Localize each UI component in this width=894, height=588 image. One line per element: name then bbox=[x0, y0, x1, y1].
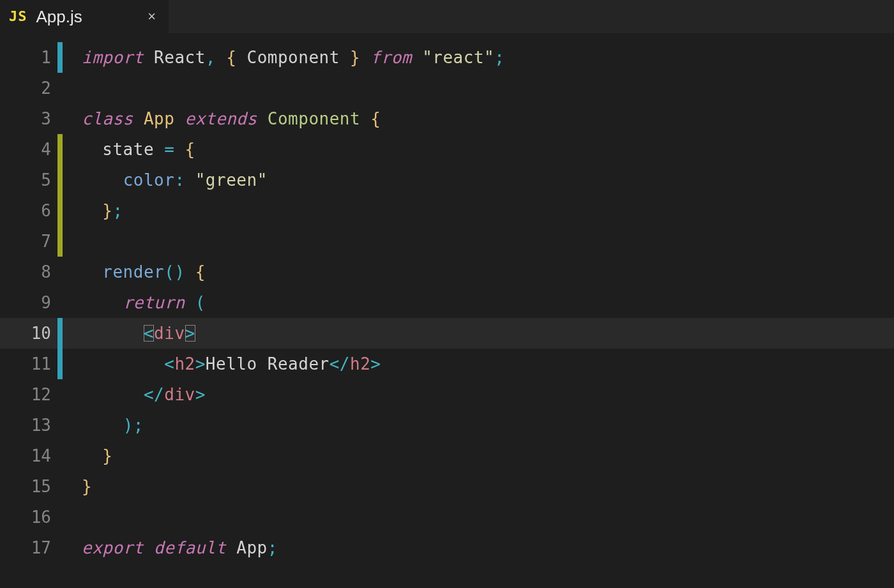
code-token: ; bbox=[268, 539, 278, 556]
line-number: 10 bbox=[0, 325, 57, 342]
code-token: < bbox=[144, 325, 154, 342]
code-content[interactable]: } bbox=[63, 441, 112, 471]
code-token: } bbox=[102, 202, 112, 219]
gutter-change-marker bbox=[57, 226, 63, 257]
code-line[interactable]: 3class App extends Component { bbox=[0, 103, 894, 134]
code-token: "green" bbox=[195, 172, 268, 188]
code-token: { bbox=[370, 110, 381, 127]
code-line[interactable]: 12 </div> bbox=[0, 379, 894, 410]
line-number: 7 bbox=[0, 233, 57, 250]
code-line[interactable]: 16 bbox=[0, 502, 894, 532]
code-line[interactable]: 11 <h2>Hello Reader</h2> bbox=[0, 349, 894, 379]
gutter-change-marker bbox=[57, 73, 63, 103]
code-content[interactable]: <h2>Hello Reader</h2> bbox=[63, 349, 381, 379]
code-editor[interactable]: 1import React, { Component } from "react… bbox=[0, 33, 894, 563]
code-content[interactable]: import React, { Component } from "react"… bbox=[63, 42, 504, 73]
gutter-change-marker bbox=[57, 42, 63, 73]
code-content[interactable]: </div> bbox=[63, 379, 206, 410]
gutter-change-marker bbox=[57, 103, 63, 134]
code-content[interactable]: class App extends Component { bbox=[63, 103, 381, 134]
line-number: 15 bbox=[0, 478, 57, 495]
code-line[interactable]: 10 <div> bbox=[0, 318, 894, 349]
code-line[interactable]: 4 state = { bbox=[0, 134, 894, 165]
code-token: { bbox=[185, 141, 195, 158]
code-token: ; bbox=[133, 417, 144, 433]
code-content[interactable]: color: "green" bbox=[63, 165, 268, 195]
line-number: 5 bbox=[0, 172, 57, 188]
code-line[interactable]: 8 render() { bbox=[0, 257, 894, 287]
code-token: React bbox=[154, 49, 206, 66]
line-number: 1 bbox=[0, 49, 57, 66]
code-line[interactable]: 6 }; bbox=[0, 195, 894, 226]
code-content[interactable]: render() { bbox=[63, 257, 206, 287]
code-token: () bbox=[164, 264, 195, 280]
code-content[interactable] bbox=[63, 226, 82, 257]
gutter-change-marker bbox=[57, 134, 63, 165]
code-token: div bbox=[154, 325, 185, 342]
code-token: export bbox=[82, 539, 154, 556]
line-number: 17 bbox=[0, 539, 57, 556]
line-number: 13 bbox=[0, 417, 57, 433]
gutter-change-marker bbox=[57, 502, 63, 532]
code-token: from bbox=[370, 49, 422, 66]
code-token: color bbox=[123, 172, 175, 188]
code-token: render bbox=[102, 264, 164, 280]
line-number: 14 bbox=[0, 448, 57, 464]
close-icon[interactable]: × bbox=[148, 10, 156, 24]
code-token: ; bbox=[494, 49, 504, 66]
code-content[interactable]: <div> bbox=[63, 318, 195, 349]
line-number: 11 bbox=[0, 356, 57, 372]
code-content[interactable]: export default App; bbox=[63, 532, 278, 563]
gutter-change-marker bbox=[57, 318, 63, 349]
code-line[interactable]: 2 bbox=[0, 73, 894, 103]
code-token: default bbox=[154, 539, 236, 556]
code-content[interactable]: return ( bbox=[63, 287, 206, 318]
gutter-change-marker bbox=[57, 379, 63, 410]
code-token: Component bbox=[268, 110, 371, 127]
gutter-change-marker bbox=[57, 165, 63, 195]
code-token: state bbox=[102, 141, 164, 158]
gutter-change-marker bbox=[57, 532, 63, 563]
code-token: } bbox=[82, 478, 92, 495]
js-file-icon: JS bbox=[9, 10, 27, 24]
line-number: 8 bbox=[0, 264, 57, 280]
code-line[interactable]: 9 return ( bbox=[0, 287, 894, 318]
code-content[interactable]: state = { bbox=[63, 134, 195, 165]
code-token: { bbox=[226, 49, 246, 66]
line-number: 9 bbox=[0, 294, 57, 311]
code-token: ) bbox=[123, 417, 133, 433]
code-line[interactable]: 14 } bbox=[0, 441, 894, 471]
code-token: > bbox=[195, 386, 206, 403]
code-content[interactable]: }; bbox=[63, 195, 123, 226]
code-token: } bbox=[340, 49, 370, 66]
code-token: ; bbox=[112, 202, 123, 219]
line-number: 12 bbox=[0, 386, 57, 403]
code-line[interactable]: 15} bbox=[0, 471, 894, 502]
line-number: 16 bbox=[0, 509, 57, 525]
code-token: </ bbox=[144, 386, 164, 403]
code-line[interactable]: 13 ); bbox=[0, 410, 894, 441]
tab-bar: JS App.js × bbox=[0, 0, 894, 33]
code-line[interactable]: 1import React, { Component } from "react… bbox=[0, 42, 894, 73]
code-content[interactable]: ); bbox=[63, 410, 144, 441]
tab-app-js[interactable]: JS App.js × bbox=[0, 0, 169, 33]
gutter-change-marker bbox=[57, 287, 63, 318]
code-content[interactable]: } bbox=[63, 471, 92, 502]
gutter-change-marker bbox=[57, 349, 63, 379]
code-token: { bbox=[195, 264, 206, 280]
code-token: h2 bbox=[350, 356, 370, 372]
code-token: : bbox=[174, 172, 195, 188]
code-line[interactable]: 5 color: "green" bbox=[0, 165, 894, 195]
code-token: extends bbox=[185, 110, 268, 127]
code-line[interactable]: 17export default App; bbox=[0, 532, 894, 563]
code-content[interactable] bbox=[63, 73, 82, 103]
code-token: return bbox=[123, 294, 195, 311]
line-number: 4 bbox=[0, 141, 57, 158]
code-token: > bbox=[370, 356, 381, 372]
code-line[interactable]: 7 bbox=[0, 226, 894, 257]
gutter-change-marker bbox=[57, 471, 63, 502]
code-token: h2 bbox=[174, 356, 195, 372]
code-token: </ bbox=[330, 356, 350, 372]
gutter-change-marker bbox=[57, 195, 63, 226]
code-content[interactable] bbox=[63, 502, 82, 532]
